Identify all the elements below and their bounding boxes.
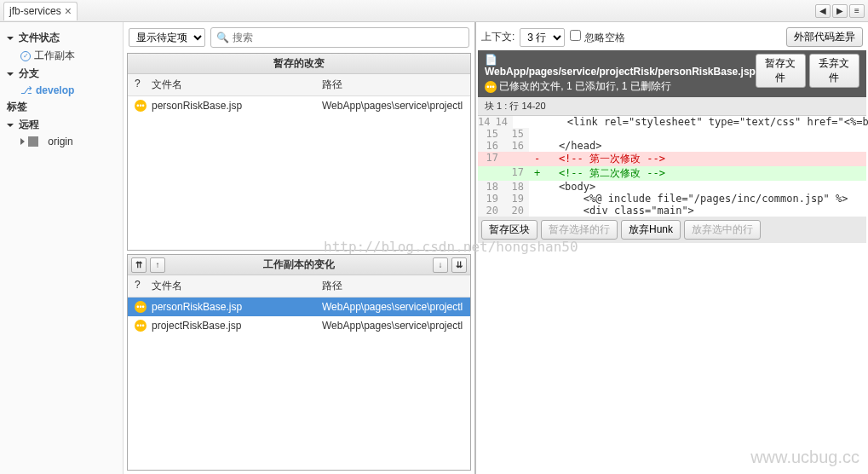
unstage-all-down-button[interactable]: ⇊ bbox=[451, 257, 467, 273]
hunk-header: 块 1 : 行 14-20 bbox=[478, 97, 866, 116]
sidebar-section-file-status[interactable]: 文件状态 bbox=[3, 29, 119, 47]
code-line[interactable]: 1515 bbox=[478, 128, 866, 140]
external-diff-button[interactable]: 外部代码差异 bbox=[786, 27, 863, 47]
context-select[interactable]: 3 行 bbox=[520, 28, 565, 47]
close-icon[interactable]: × bbox=[65, 4, 72, 18]
nav-next-button[interactable]: ▶ bbox=[832, 4, 848, 18]
code-line[interactable]: 1616 </head> bbox=[478, 140, 866, 152]
working-col-path[interactable]: 路径 bbox=[315, 275, 470, 297]
stage-file-button[interactable]: 暂存文件 bbox=[756, 54, 806, 88]
stage-all-up-button[interactable]: ⇈ bbox=[131, 257, 147, 273]
table-row[interactable]: •••personRiskBase.jspWebApp\pages\servic… bbox=[128, 298, 470, 316]
file-path: WebApp/pages/service/projectRisk/personR… bbox=[485, 66, 756, 78]
working-col-status[interactable]: ? bbox=[128, 275, 145, 297]
sidebar: 文件状态 ✓工作副本 分支 ⎇develop 标签 远程 origin bbox=[0, 22, 124, 474]
staged-col-name[interactable]: 文件名 bbox=[145, 74, 315, 95]
ignore-ws-label[interactable]: 忽略空格 bbox=[570, 30, 624, 45]
working-panel: ⇈ ↑ 工作副本的变化 ↓ ⇊ ? 文件名 路径 •••personRiskBa… bbox=[127, 254, 471, 471]
working-header: ⇈ ↑ 工作副本的变化 ↓ ⇊ bbox=[128, 255, 470, 275]
sidebar-section-branches[interactable]: 分支 bbox=[3, 65, 119, 83]
table-row[interactable]: ••• personRiskBase.jsp WebApp\pages\serv… bbox=[128, 96, 470, 115]
sidebar-item-working-copy[interactable]: ✓工作副本 bbox=[3, 47, 119, 65]
code-line[interactable]: 2020 <div class="main"> bbox=[478, 205, 866, 217]
code-line[interactable]: 17+ <!-- 第二次修改 --> bbox=[478, 166, 866, 181]
search-icon: 🔍 bbox=[216, 32, 229, 43]
sidebar-section-tags[interactable]: 标签 bbox=[3, 98, 119, 116]
code-line[interactable]: 1919 <%@ include file="/pages/inc/common… bbox=[478, 193, 866, 205]
nav-prev-button[interactable]: ◀ bbox=[815, 4, 831, 18]
stage-up-button[interactable]: ↑ bbox=[150, 257, 165, 273]
sidebar-section-remotes[interactable]: 远程 bbox=[3, 116, 119, 134]
search-box[interactable]: 🔍 bbox=[210, 27, 469, 48]
chevron-right-icon bbox=[20, 138, 25, 145]
file-info: 📄 WebApp/pages/service/projectRisk/perso… bbox=[478, 50, 866, 97]
discard-file-button[interactable]: 丢弃文件 bbox=[809, 54, 859, 88]
stage-selected-lines-button[interactable]: 暂存选择的行 bbox=[541, 220, 618, 240]
tab-bar: jfb-services × ◀ ▶ ≡ bbox=[0, 0, 868, 22]
file-icon: 📄 bbox=[485, 54, 497, 66]
discard-selected-lines-button[interactable]: 放弃选中的行 bbox=[684, 220, 761, 240]
modified-icon: ••• bbox=[135, 320, 147, 332]
file-status: 已修改的文件, 1 已添加行, 1 已删除行 bbox=[499, 80, 670, 92]
stage-hunk-button[interactable]: 暂存区块 bbox=[481, 220, 537, 240]
modified-icon: ••• bbox=[135, 100, 147, 112]
check-icon: ✓ bbox=[20, 51, 31, 61]
staged-header: 暂存的改变 bbox=[128, 54, 470, 74]
working-col-name[interactable]: 文件名 bbox=[145, 275, 315, 297]
discard-hunk-button[interactable]: 放弃Hunk bbox=[621, 220, 681, 240]
tab[interactable]: jfb-services × bbox=[3, 2, 78, 20]
sidebar-item-develop[interactable]: ⎇develop bbox=[3, 83, 119, 98]
unstage-down-button[interactable]: ↓ bbox=[433, 257, 448, 273]
diff-view[interactable]: 1414 <link rel="stylesheet" type="text/c… bbox=[478, 116, 866, 217]
ignore-ws-checkbox[interactable] bbox=[570, 30, 581, 41]
tab-title: jfb-services bbox=[9, 5, 61, 17]
staged-panel: 暂存的改变 ? 文件名 路径 ••• personRiskBase.jsp We… bbox=[127, 53, 471, 251]
search-input[interactable] bbox=[229, 30, 463, 45]
context-label: 上下文: bbox=[481, 30, 514, 44]
staged-col-status[interactable]: ? bbox=[128, 74, 145, 95]
code-line[interactable]: 1414 <link rel="stylesheet" type="text/c… bbox=[478, 116, 866, 128]
nav-menu-button[interactable]: ≡ bbox=[849, 4, 865, 18]
branch-icon: ⎇ bbox=[20, 84, 32, 96]
modified-icon: ••• bbox=[485, 81, 497, 93]
server-icon bbox=[28, 136, 38, 147]
code-line[interactable]: 17- <!-- 第一次修改 --> bbox=[478, 152, 866, 166]
table-row[interactable]: •••projectRiskBase.jspWebApp\pages\servi… bbox=[128, 316, 470, 335]
pending-filter-select[interactable]: 显示待定项 bbox=[129, 28, 205, 47]
code-line[interactable]: 1818 <body> bbox=[478, 181, 866, 193]
modified-icon: ••• bbox=[135, 301, 147, 313]
sidebar-item-origin[interactable]: origin bbox=[3, 134, 119, 149]
staged-col-path[interactable]: 路径 bbox=[315, 74, 470, 95]
